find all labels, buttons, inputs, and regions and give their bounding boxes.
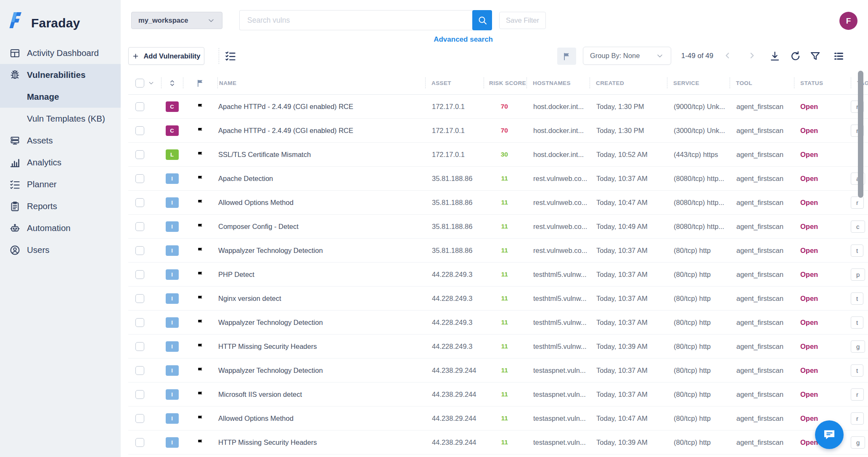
row-checkbox[interactable] <box>135 342 144 351</box>
table-row[interactable]: IWappalyzer Technology Detection44.238.2… <box>128 359 868 383</box>
filter-icon[interactable] <box>810 50 821 62</box>
sidebar-item-analytics[interactable]: Analytics <box>0 151 121 173</box>
vulnerability-name[interactable]: Apache Detection <box>217 175 425 183</box>
vulnerability-name[interactable]: Allowed Options Method <box>217 199 425 207</box>
row-checkbox[interactable] <box>135 174 144 183</box>
vulnerability-name[interactable]: Composer Config - Detect <box>217 223 425 231</box>
tag-chip[interactable]: g <box>851 436 865 449</box>
tag-chip[interactable]: r <box>851 388 864 401</box>
row-checkbox[interactable] <box>135 366 144 375</box>
row-checkbox[interactable] <box>135 246 144 255</box>
table-row[interactable]: IHTTP Missing Security Headers44.228.249… <box>128 335 868 359</box>
flag-outline-icon[interactable] <box>183 150 217 159</box>
tag-chip[interactable]: c <box>851 221 865 233</box>
table-row[interactable]: IAllowed Options Method44.238.29.24411te… <box>128 407 868 430</box>
next-page-button[interactable] <box>747 51 757 60</box>
column-header-status[interactable]: STATUS <box>794 72 851 94</box>
sidebar-item-activity-dashboard[interactable]: Activity Dashboard <box>0 42 121 64</box>
table-row[interactable]: INginx version detect44.228.249.311testh… <box>128 287 868 311</box>
columns-icon[interactable] <box>833 50 844 62</box>
row-checkbox[interactable] <box>135 390 144 399</box>
vulnerability-name[interactable]: Microsoft IIS version detect <box>217 391 425 399</box>
previous-page-button[interactable] <box>723 51 732 60</box>
column-header-name[interactable]: NAME <box>217 72 425 94</box>
sidebar-item-reports[interactable]: Reports <box>0 195 121 217</box>
row-checkbox[interactable] <box>135 150 144 159</box>
advanced-search-link[interactable]: Advanced search <box>239 35 493 44</box>
sidebar-item-vulnerabilities[interactable]: Vulnerabilities <box>0 64 121 86</box>
sort-severity-icon[interactable] <box>161 72 183 94</box>
save-filter-button[interactable]: Save Filter <box>499 12 546 29</box>
vulnerability-name[interactable]: Apache HTTPd - 2.4.49 (CGI enabled) RCE <box>217 127 425 135</box>
row-checkbox[interactable] <box>135 438 144 447</box>
column-header-tool[interactable]: TOOL <box>730 72 794 94</box>
table-row[interactable]: IApache Detection35.81.188.8611rest.vuln… <box>128 167 868 191</box>
flag-outline-icon[interactable] <box>183 414 217 423</box>
table-row[interactable]: LSSL/TLS Certificate Mismatch172.17.0.13… <box>128 143 868 167</box>
tag-chip[interactable]: t <box>851 292 863 305</box>
sidebar-item-planner[interactable]: Planner <box>0 173 121 195</box>
flag-outline-icon[interactable] <box>183 270 217 279</box>
sidebar-item-automation[interactable]: Automation <box>0 217 121 239</box>
flag-outline-icon[interactable] <box>183 366 217 375</box>
vertical-scrollbar[interactable] <box>858 71 863 198</box>
row-checkbox[interactable] <box>135 414 144 423</box>
brand[interactable]: Faraday <box>0 0 121 36</box>
row-checkbox[interactable] <box>135 294 144 303</box>
table-row[interactable]: IMicrosoft IIS version detect44.238.29.2… <box>128 383 868 407</box>
flag-outline-icon[interactable] <box>183 174 217 183</box>
vulnerability-name[interactable]: SSL/TLS Certificate Mismatch <box>217 151 425 159</box>
bulk-edit-icon[interactable] <box>225 50 236 62</box>
tag-chip[interactable]: t <box>851 364 863 377</box>
group-by-select[interactable]: Group By: None <box>583 47 671 65</box>
vulnerability-name[interactable]: Allowed Options Method <box>217 414 425 422</box>
flag-outline-icon[interactable] <box>183 390 217 399</box>
tag-chip[interactable]: t <box>851 316 863 329</box>
sidebar-item-manage[interactable]: Manage <box>0 86 121 108</box>
flag-outline-icon[interactable] <box>183 126 217 135</box>
vulnerability-name[interactable]: PHP Detect <box>217 271 425 279</box>
search-input[interactable] <box>239 10 473 30</box>
tag-chip[interactable]: r <box>851 197 864 209</box>
flag-outline-icon[interactable] <box>183 246 217 255</box>
tag-chip[interactable]: r <box>851 412 864 425</box>
flag-outline-icon[interactable] <box>183 438 217 447</box>
column-header-created[interactable]: CREATED <box>590 72 667 94</box>
user-avatar[interactable]: F <box>839 12 857 30</box>
column-header-risk-score[interactable]: RISK SCORE <box>484 72 527 94</box>
select-all-checkbox[interactable] <box>135 79 144 88</box>
chat-button[interactable] <box>815 420 844 449</box>
vulnerability-name[interactable]: Nginx version detect <box>217 295 425 303</box>
sidebar-item-users[interactable]: Users <box>0 239 121 261</box>
row-checkbox[interactable] <box>135 126 144 135</box>
vulnerability-name[interactable]: Apache HTTPd - 2.4.49 (CGI enabled) RCE <box>217 103 425 111</box>
search-button[interactable] <box>472 10 492 30</box>
flag-column-icon[interactable] <box>183 72 217 94</box>
download-icon[interactable] <box>769 50 781 62</box>
table-row[interactable]: IComposer Config - Detect35.81.188.8611r… <box>128 215 868 239</box>
history-icon[interactable] <box>790 50 801 62</box>
vulnerability-name[interactable]: HTTP Missing Security Headers <box>217 343 425 351</box>
add-vulnerability-button[interactable]: Add Vulnerability <box>128 47 204 65</box>
table-row[interactable]: IAllowed Options Method35.81.188.8611res… <box>128 191 868 215</box>
flag-outline-icon[interactable] <box>183 294 217 303</box>
row-checkbox[interactable] <box>135 318 144 327</box>
flag-outline-icon[interactable] <box>183 222 217 231</box>
chevron-down-icon[interactable] <box>148 80 155 87</box>
table-row[interactable]: IWappalyzer Technology Detection44.228.2… <box>128 311 868 335</box>
tag-chip[interactable]: p <box>851 268 865 281</box>
flag-outline-icon[interactable] <box>183 102 217 111</box>
row-checkbox[interactable] <box>135 198 144 207</box>
sidebar-item-vuln-templates-kb[interactable]: Vuln Templates (KB) <box>0 108 121 130</box>
row-checkbox[interactable] <box>135 222 144 231</box>
table-row[interactable]: IWappalyzer Technology Detection35.81.18… <box>128 239 868 263</box>
flag-outline-icon[interactable] <box>183 342 217 351</box>
sidebar-item-assets[interactable]: Assets <box>0 130 121 151</box>
column-header-hostnames[interactable]: HOSTNAMES <box>527 72 590 94</box>
vulnerability-name[interactable]: Wappalyzer Technology Detection <box>217 319 425 327</box>
table-row[interactable]: CApache HTTPd - 2.4.49 (CGI enabled) RCE… <box>128 95 868 119</box>
vulnerability-name[interactable]: Wappalyzer Technology Detection <box>217 367 425 375</box>
row-checkbox[interactable] <box>135 102 144 111</box>
column-header-service[interactable]: SERVICE <box>667 72 730 94</box>
tag-chip[interactable]: t <box>851 244 863 257</box>
